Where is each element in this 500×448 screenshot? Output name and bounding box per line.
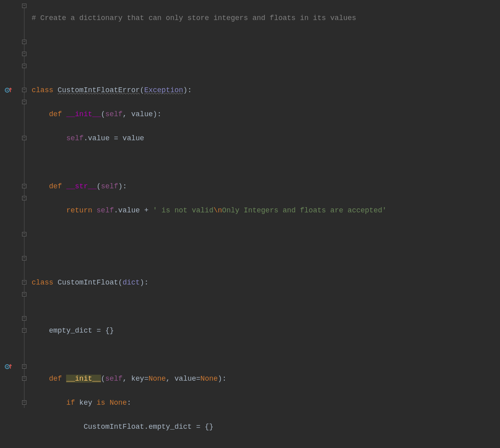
fold-toggle[interactable]: − xyxy=(22,364,26,369)
fold-toggle[interactable]: − xyxy=(22,4,26,8)
code-line xyxy=(32,60,387,72)
fold-toggle[interactable]: − xyxy=(22,100,26,104)
fold-toggle[interactable]: − xyxy=(22,328,26,333)
code-line xyxy=(32,252,387,264)
fold-toggle[interactable]: − xyxy=(22,292,26,297)
editor-gutter: − − − − − − − − − − − − − − − − − − xyxy=(0,0,30,448)
fold-toggle[interactable]: − xyxy=(22,64,26,68)
override-up-icon[interactable] xyxy=(4,86,13,95)
code-line: if key is None: xyxy=(32,397,387,409)
fold-toggle[interactable]: − xyxy=(22,280,26,285)
fold-toggle[interactable]: − xyxy=(22,256,26,260)
code-line xyxy=(32,445,387,448)
fold-toggle[interactable]: − xyxy=(22,400,26,405)
fold-toggle[interactable]: − xyxy=(22,376,26,381)
code-line xyxy=(32,228,387,240)
code-line xyxy=(32,301,387,313)
fold-toggle[interactable]: − xyxy=(22,184,26,188)
code-line: def __str__(self): xyxy=(32,180,387,192)
fold-toggle[interactable]: − xyxy=(22,88,26,92)
svg-point-3 xyxy=(7,366,8,367)
code-line: class CustomIntFloatError(Exception): xyxy=(32,84,387,96)
fold-toggle[interactable]: − xyxy=(22,196,26,200)
fold-toggle[interactable]: − xyxy=(22,52,26,56)
code-line xyxy=(32,36,387,48)
code-line: CustomIntFloat.empty_dict = {} xyxy=(32,421,387,433)
code-editor: − − − − − − − − − − − − − − − − − − # Cr… xyxy=(0,0,500,448)
code-line: # Create a dictionary that can only stor… xyxy=(32,12,387,24)
override-up-icon[interactable] xyxy=(4,362,13,371)
svg-point-1 xyxy=(7,90,8,91)
code-line xyxy=(32,349,387,361)
fold-toggle[interactable]: − xyxy=(22,232,26,236)
code-line: return self.value + ' is not valid\nOnly… xyxy=(32,204,387,216)
fold-toggle[interactable]: − xyxy=(22,316,26,321)
code-line: empty_dict = {} xyxy=(32,325,387,337)
code-line: class CustomIntFloat(dict): xyxy=(32,276,387,289)
fold-toggle[interactable]: − xyxy=(22,40,26,44)
fold-toggle[interactable]: − xyxy=(22,136,26,140)
code-content[interactable]: # Create a dictionary that can only stor… xyxy=(30,0,387,448)
code-line xyxy=(32,156,387,168)
code-line: self.value = value xyxy=(32,132,387,144)
code-line: def __init__(self, value): xyxy=(32,108,387,120)
code-line: def __init__(self, key=None, value=None)… xyxy=(32,373,387,385)
